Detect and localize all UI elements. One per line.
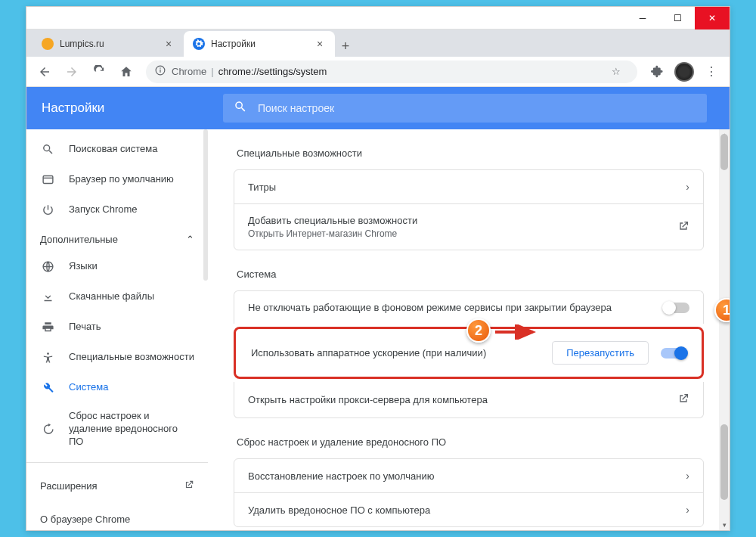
row-background-apps[interactable]: Не отключать работающие в фоновом режиме… — [234, 291, 703, 324]
toggle-hardware-accel[interactable] — [661, 348, 686, 359]
row-proxy[interactable]: Открыть настройки прокси-сервера для ком… — [234, 382, 703, 417]
page-title: Настройки — [42, 101, 208, 116]
tab-settings[interactable]: Настройки × — [184, 31, 335, 57]
open-external-icon — [677, 220, 689, 234]
sidebar-item-languages[interactable]: Языки — [26, 251, 208, 281]
sidebar-item-search-engine[interactable]: Поисковая система — [26, 134, 208, 164]
settings-header: Настройки — [26, 87, 730, 129]
power-icon — [40, 202, 55, 217]
site-info-icon[interactable] — [155, 65, 166, 78]
back-button[interactable] — [33, 60, 57, 84]
download-icon — [40, 289, 55, 304]
address-bar[interactable]: Chrome | chrome://settings/system ☆ — [146, 61, 637, 83]
section-title-accessibility: Специальные возможности — [237, 147, 704, 159]
sidebar-item-label: Поисковая система — [69, 143, 158, 156]
sidebar-item-print[interactable]: Печать — [26, 312, 208, 342]
browser-icon — [40, 172, 55, 187]
favicon-icon — [42, 38, 54, 50]
divider — [26, 462, 208, 463]
chevron-right-icon: › — [686, 470, 689, 482]
open-external-icon — [677, 393, 689, 407]
reload-button[interactable] — [87, 60, 111, 84]
section-title-reset: Сброс настроек и удаление вредоносного П… — [237, 436, 704, 448]
tab-title: Настройки — [211, 39, 309, 49]
sidebar-item-startup[interactable]: Запуск Chrome — [26, 194, 208, 225]
sidebar-item-downloads[interactable]: Скачанные файлы — [26, 281, 208, 312]
restart-button[interactable]: Перезапустить — [552, 341, 649, 365]
profile-avatar[interactable] — [672, 60, 696, 84]
row-add-accessibility[interactable]: Добавить специальные возможности Открыть… — [234, 203, 703, 250]
gear-icon — [193, 38, 205, 50]
window-minimize-button[interactable]: ─ — [625, 7, 660, 29]
system-card-top: Не отключать работающие в фоновом режиме… — [234, 290, 704, 324]
page-scrollbar[interactable]: ▴ ▾ — [719, 129, 730, 530]
tab-close-button[interactable]: × — [314, 38, 326, 50]
svg-rect-1 — [160, 70, 160, 73]
extensions-icon[interactable] — [645, 60, 669, 84]
browser-window: ─ ☐ ✕ Lumpics.ru × Настройки × + — [26, 6, 730, 531]
accessibility-icon — [40, 349, 55, 365]
print-icon — [40, 319, 55, 334]
row-cleanup[interactable]: Удалить вредоносное ПО с компьютера › — [234, 492, 703, 526]
scrollbar-thumb[interactable] — [720, 134, 728, 170]
scroll-down-icon[interactable]: ▾ — [719, 520, 730, 530]
page-content: Настройки Поисковая система Браузер по у… — [26, 87, 730, 530]
annotation-arrow — [494, 324, 539, 340]
svg-rect-3 — [43, 175, 53, 183]
new-tab-button[interactable]: + — [335, 36, 356, 57]
annotation-badge-2: 2 — [466, 318, 491, 343]
settings-main: Специальные возможности Титры › Добавить… — [208, 129, 730, 530]
sidebar-item-label: Сброс настроек и удаление вредоносного П… — [69, 410, 194, 449]
section-label: Дополнительные — [40, 234, 118, 245]
tab-lumpics[interactable]: Lumpics.ru × — [33, 31, 184, 57]
chevron-right-icon: › — [686, 181, 689, 193]
sidebar-item-label: Печать — [69, 321, 101, 334]
url-scheme: Chrome — [172, 66, 206, 77]
globe-icon — [40, 259, 55, 274]
svg-point-6 — [47, 352, 49, 355]
search-input[interactable] — [258, 102, 696, 114]
row-restore-defaults[interactable]: Восстановление настроек по умолчанию › — [234, 459, 703, 492]
system-card-bottom: Открыть настройки прокси-сервера для ком… — [234, 382, 704, 418]
tab-close-button[interactable]: × — [163, 38, 175, 50]
sidebar-item-accessibility[interactable]: Специальные возможности — [26, 342, 208, 372]
sidebar-section-advanced[interactable]: Дополнительные ⌃ — [26, 225, 208, 251]
url-text: chrome://settings/system — [218, 66, 327, 77]
window-maximize-button[interactable]: ☐ — [660, 7, 695, 29]
tab-strip: Lumpics.ru × Настройки × + — [26, 29, 730, 57]
tab-title: Lumpics.ru — [60, 39, 158, 49]
sidebar-item-label: Специальные возможности — [69, 351, 194, 364]
search-icon — [40, 141, 55, 157]
sidebar-item-label: Языки — [69, 260, 98, 273]
sidebar-about-link[interactable]: О браузере Chrome — [26, 503, 208, 530]
search-icon — [234, 100, 247, 116]
toolbar: Chrome | chrome://settings/system ☆ ⋮ — [26, 57, 730, 87]
sidebar-item-default-browser[interactable]: Браузер по умолчанию — [26, 164, 208, 194]
toggle-background-apps[interactable] — [664, 303, 689, 313]
window-titlebar: ─ ☐ ✕ — [26, 7, 730, 29]
annotation-badge-1: 1 — [714, 298, 730, 322]
scrollbar-thumb[interactable] — [720, 424, 728, 500]
chevron-up-icon: ⌃ — [186, 234, 194, 245]
sidebar-item-label: Система — [69, 381, 108, 394]
settings-sidebar: Поисковая система Браузер по умолчанию З… — [26, 129, 208, 530]
sidebar-extensions-link[interactable]: Расширения — [26, 469, 208, 503]
wrench-icon — [40, 380, 55, 395]
sidebar-item-label: Запуск Chrome — [69, 203, 138, 216]
forward-button[interactable] — [60, 60, 84, 84]
sidebar-item-system[interactable]: Система — [26, 372, 208, 402]
bookmark-star-icon[interactable]: ☆ — [604, 60, 628, 84]
sidebar-item-reset[interactable]: Сброс настроек и удаление вредоносного П… — [26, 402, 208, 456]
window-close-button[interactable]: ✕ — [695, 7, 730, 29]
reset-card: Восстановление настроек по умолчанию › У… — [234, 458, 704, 527]
accessibility-card: Титры › Добавить специальные возможности… — [234, 169, 704, 250]
menu-button[interactable]: ⋮ — [699, 60, 723, 84]
section-title-system: Система — [237, 268, 704, 280]
sidebar-item-label: Браузер по умолчанию — [69, 173, 174, 186]
open-external-icon — [184, 480, 194, 492]
chevron-right-icon: › — [686, 504, 689, 516]
settings-search[interactable] — [223, 94, 707, 123]
home-button[interactable] — [114, 60, 138, 84]
sidebar-item-label: Скачанные файлы — [69, 290, 154, 303]
row-captions[interactable]: Титры › — [234, 170, 703, 203]
